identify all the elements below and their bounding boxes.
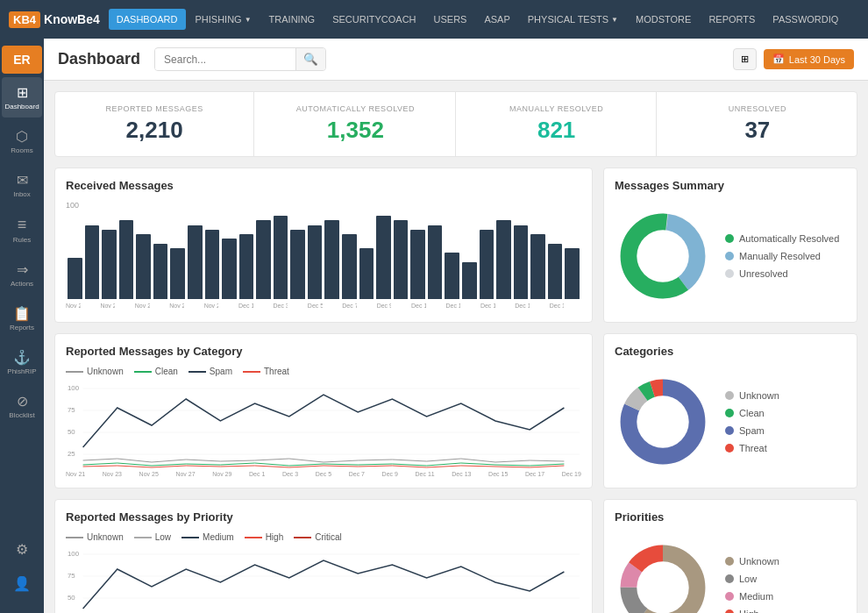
category-title: Reported Messages by Category [66,345,581,358]
bar-label-9 [221,303,236,309]
stat-value-2: 821 [472,117,642,144]
sidebar-item-inbox[interactable]: ✉ Inbox [2,165,42,205]
auto-resolved-label: Automatically Resolved [739,233,839,244]
bar-label-0: Nov 21 [66,303,81,309]
sidebar-item-reports[interactable]: 📋 Reports [2,298,42,339]
legend-unresolved: Unresolved [725,268,839,279]
blocklist-icon: ⊘ [17,393,28,410]
prio-medium-line [181,537,199,538]
bar-label-16: Dec 7 [342,303,357,309]
dashboard-body: REPORTED MESSAGES 2,210 AUTOMATICALLY RE… [44,81,868,613]
bar-24 [480,230,494,299]
sidebar-item-dashboard[interactable]: ⊞ Dashboard [2,77,42,118]
bar-label-20: Dec 11 [411,303,426,309]
prio-low-text: Low [739,574,757,584]
stat-reported-messages: REPORTED MESSAGES 2,210 [55,92,254,156]
nav-item-modstore[interactable]: MODSTORE [628,9,699,30]
svg-text:100: 100 [68,384,80,392]
cat-threat-label: Threat [739,443,767,453]
sidebar-item-actions[interactable]: ⇒ Actions [2,254,42,295]
inbox-icon: ✉ [17,172,28,189]
cat-clean-dot [725,409,734,417]
prio-high-label: High [266,532,284,542]
date-range-button[interactable]: 📅 Last 30 Days [764,49,854,69]
search-button[interactable]: 🔍 [295,48,325,70]
cat-spam-dot [725,426,734,435]
category-line-chart: 100 75 50 25 [66,381,581,469]
stat-value-0: 2,210 [69,117,239,144]
sidebar-item-rooms[interactable]: ⬡ Rooms [2,121,42,161]
nav-item-phishing[interactable]: PHISHING ▼ [188,9,260,30]
sidebar-item-user[interactable]: 👤 [2,568,42,599]
bar-label-8: Nov 29 [204,303,219,309]
stat-unresolved: UNRESOLVED 37 [658,92,857,156]
sidebar-avatar[interactable]: ER [2,46,42,74]
sidebar-label-dashboard: Dashboard [4,103,39,110]
sidebar-label-reports: Reports [10,324,34,331]
legend-threat: Threat [243,367,289,376]
sidebar-label-rules: Rules [13,236,31,244]
grid-view-button[interactable]: ⊞ [733,48,757,70]
categories-panel: Categories [603,333,857,488]
sidebar-item-rules[interactable]: ≡ Rules [2,209,42,251]
bar-label-3 [117,303,132,309]
bar-label-7 [187,303,202,309]
sidebar: ER ⊞ Dashboard ⬡ Rooms ✉ Inbox ≡ Rules ⇒… [0,39,44,613]
nav-item-reports[interactable]: REPORTS [701,9,763,30]
phishrip-icon: ⚓ [13,349,31,366]
prio-high-dot [725,609,734,613]
sidebar-item-settings[interactable]: ⚙ [2,534,42,565]
categories-chart [615,374,711,470]
bar-label-11 [256,303,271,309]
bar-label-10: Dec 1 [238,303,253,309]
nav-item-passwordiq[interactable]: PASSWORDIQ [765,9,846,30]
nav-item-users[interactable]: USERS [426,9,475,30]
prio-legend-low: Low [134,532,171,542]
bar-0 [68,258,82,300]
svg-point-4 [637,230,688,282]
bar-chart [66,211,581,299]
received-messages-title: Received Messages [66,179,581,192]
messages-summary-chart [615,208,711,304]
prio-high-line [245,537,262,538]
bar-26 [514,225,529,299]
cat-legend-spam: Spam [725,425,779,436]
actions-icon: ⇒ [17,261,28,278]
bar-label-24: Dec 15 [480,303,495,309]
bar-28 [548,244,563,299]
bar-18 [376,216,391,299]
bar-6 [170,248,185,299]
bar-label-14: Dec 5 [308,303,323,309]
unknown-label: Unknown [87,367,124,376]
bar-label-4: Nov 25 [135,303,150,309]
clean-line [134,371,152,373]
sidebar-item-blocklist[interactable]: ⊘ Blocklist [2,386,42,426]
bar-29 [565,248,580,299]
content-area: Dashboard 🔍 ⊞ 📅 Last 30 Days REPORTED ME… [44,39,868,613]
nav-item-physical-tests[interactable]: PHYSICAL TESTS ▼ [520,9,626,30]
nav-item-asap[interactable]: ASAP [476,9,517,30]
bar-17 [359,248,374,299]
nav-item-training[interactable]: TRAINING [261,9,324,30]
cat-legend-threat: Threat [725,443,779,453]
nav-item-dashboard[interactable]: DASHBOARD [109,9,186,30]
stat-label-0: REPORTED MESSAGES [69,104,239,113]
bar-label-17 [359,303,374,309]
priority-panel: Reported Messages by Priority Unknown Lo… [54,499,593,613]
legend-unknown: Unknown [66,367,124,376]
cat-spam-label: Spam [739,425,765,436]
stat-auto-resolved: AUTOMATICALLY RESOLVED 1,352 [256,92,455,156]
top-navigation: KB4 KnowBe4 DASHBOARD PHISHING ▼ TRAININ… [0,0,868,39]
sidebar-item-phishrip[interactable]: ⚓ PhishRIP [2,342,42,382]
bar-label-27 [532,303,547,309]
bar-label-22: Dec 13 [445,303,460,309]
bar-label-1 [83,303,98,309]
prio-unknown-label: Unknown [87,532,124,542]
nav-item-securitycoach[interactable]: SECURITYCOACH [324,9,423,30]
bar-21 [428,225,443,299]
app-logo: KB4 KnowBe4 [9,11,100,28]
search-input[interactable] [155,49,295,70]
manually-resolved-label: Manually Resolved [739,251,821,261]
cat-clean-label: Clean [739,408,765,418]
bar-14 [308,225,323,299]
